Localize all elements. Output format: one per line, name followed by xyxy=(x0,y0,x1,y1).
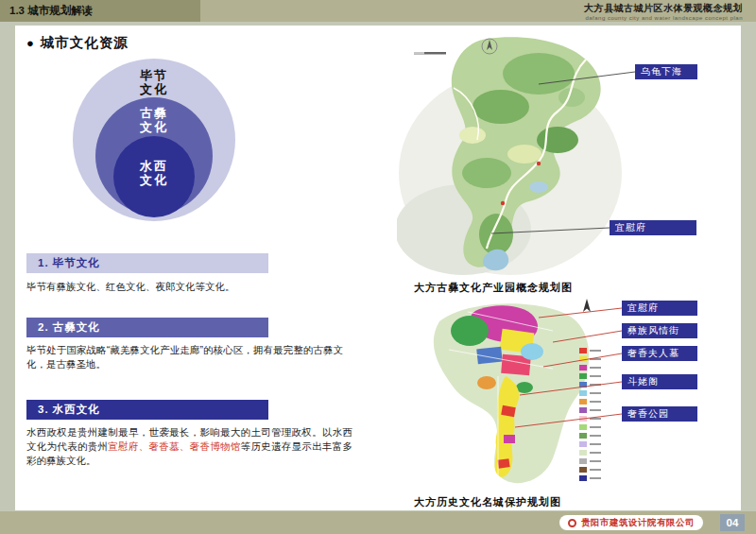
circle-label-shuixi: 水西 文化 xyxy=(113,159,195,188)
figure-concept-plan: 乌龟下海 宜慰府 大方古彝文化产业园概念规划图 xyxy=(397,31,742,292)
map-label-shexiang-furen-mu: 奢香夫人墓 xyxy=(622,346,697,361)
header-bar: 1.3 城市规划解读 大方县城古城片区水体景观概念规划 dafang count… xyxy=(0,0,756,22)
company-logo-icon xyxy=(568,519,576,527)
page-title: ●城市文化资源 xyxy=(26,34,129,52)
map-label-wugui-xiahai: 乌龟下海 xyxy=(635,64,697,79)
company-name: 贵阳市建筑设计院有限公司 xyxy=(581,517,695,529)
concept-plan-map-image xyxy=(397,31,628,279)
map-label-yiweifu: 宜慰府 xyxy=(622,301,697,316)
header-section-title: 1.3 城市规划解读 xyxy=(0,0,200,22)
section-body-shuixi-highlight: 宣慰府、奢香墓、奢香博物馆 xyxy=(108,440,240,452)
map-label-yiweifu-top: 宜慰府 xyxy=(610,220,696,235)
section-body-shuixi: 水西政权是贵州建制最早，世袭最长，影响最大的土司管理政权。以水西文化为代表的贵州… xyxy=(26,425,352,468)
bullet-icon: ● xyxy=(26,36,35,50)
header-project-subtitle: dafang county city and water landscape c… xyxy=(584,15,743,21)
map-label-yizu-fengqingjie: 彝族风情街 xyxy=(622,323,697,338)
header-project-block: 大方县城古城片区水体景观概念规划 dafang county city and … xyxy=(584,2,743,21)
section-heading-bijie: 1. 毕节文化 xyxy=(26,253,268,273)
header-project-title: 大方县城古城片区水体景观概念规划 xyxy=(584,2,743,15)
page-title-text: 城市文化资源 xyxy=(41,35,129,50)
circle-label-bijie: 毕节 文化 xyxy=(73,68,235,97)
slide-page: 1.3 城市规划解读 大方县城古城片区水体景观概念规划 dafang count… xyxy=(0,0,756,534)
page-number: 04 xyxy=(720,514,745,531)
section-heading-shuixi: 3. 水西文化 xyxy=(26,400,268,420)
caption-protection-plan: 大方历史文化名城保护规划图 xyxy=(414,495,561,509)
map-label-doulao-ge: 斗姥阁 xyxy=(622,374,697,389)
section-heading-guyi: 2. 古彝文化 xyxy=(26,318,268,337)
content-sheet: ●城市文化资源 毕节 文化 古彝 文化 水西 文化 1. 毕节文化 毕节有彝族文… xyxy=(15,26,741,510)
circle-label-guyi: 古彝 文化 xyxy=(95,106,213,135)
section-body-bijie: 毕节有彝族文化、红色文化、夜郎文化等文化。 xyxy=(26,280,357,294)
footer-bar: 贵阳市建筑设计院有限公司 04 xyxy=(0,511,756,534)
map-label-shexiang-gongyuan: 奢香公园 xyxy=(622,406,697,422)
section-body-guyi: 毕节处于国家战略“藏羌彝文化产业走廊”的核心区，拥有最完整的古彝文化，是古彝圣地… xyxy=(26,343,343,371)
scale-bar xyxy=(414,52,446,55)
protection-plan-map-image xyxy=(411,293,605,493)
company-badge: 贵阳市建筑设计院有限公司 xyxy=(559,515,703,530)
figure-protection-plan: 宜慰府 彝族风情街 奢香夫人墓 斗姥阁 奢香公园 大方历史文化名城保护规划图 xyxy=(397,293,742,510)
